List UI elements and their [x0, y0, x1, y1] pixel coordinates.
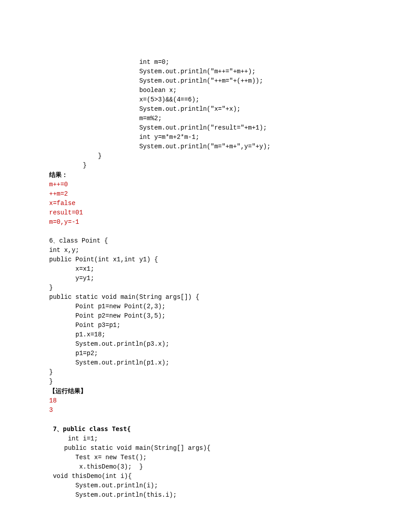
code-block-3-header: 7、public class Test{ int i=1; public sta… — [49, 426, 210, 498]
result-output-1: m++=0 ++m=2 x=false result=01 m=0,y=-1 — [49, 181, 83, 226]
code-block-3-first-line: 7、public class Test{ — [49, 425, 131, 432]
result-label-2: 【运行结果】 — [49, 387, 87, 394]
result-output-2: 18 3 — [49, 397, 57, 414]
code-block-3-body: int i=1; public static void main(String[… — [49, 435, 210, 498]
document-page: int m=0; System.out.println("m++="+m++);… — [0, 0, 411, 532]
code-block-2: 6、class Point { int x,y; public Point(in… — [49, 237, 199, 385]
code-block-1: int m=0; System.out.println("m++="+m++);… — [49, 59, 271, 169]
result-label-1: 结果： — [49, 171, 68, 178]
